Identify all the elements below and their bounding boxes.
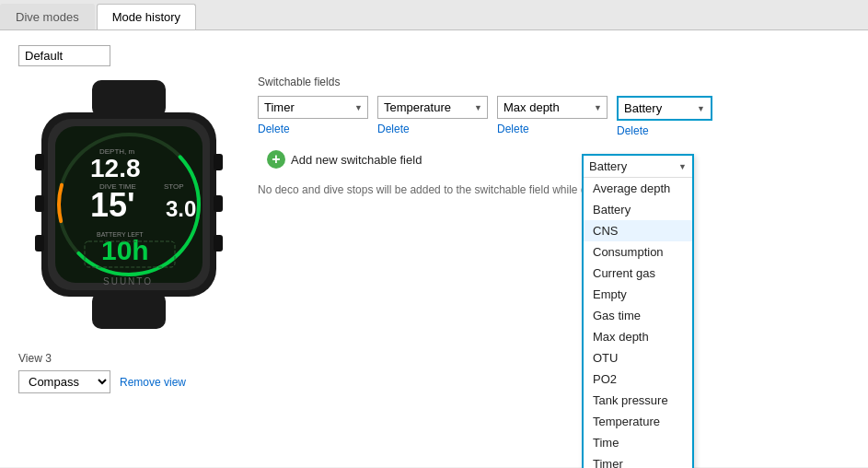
- field-col-2: Temperature Timer Max depth Battery Dele…: [377, 96, 488, 135]
- tab-bar: Dive modes Mode history: [0, 0, 868, 30]
- dropdown-item-battery[interactable]: Battery: [584, 199, 692, 220]
- svg-text:SUUNTO: SUUNTO: [103, 276, 153, 287]
- switchable-fields-label: Switchable fields: [258, 76, 850, 88]
- dropdown-item-po2[interactable]: PO2: [584, 369, 692, 390]
- svg-text:12.8: 12.8: [90, 154, 141, 182]
- field-col-1: Timer Temperature Max depth Battery Dele…: [258, 96, 368, 135]
- dropdown-item-otu[interactable]: OTU: [584, 347, 692, 369]
- svg-rect-10: [214, 235, 223, 252]
- field4-select-wrap: Battery Timer Temperature Max depth: [617, 96, 712, 121]
- dropdown-header-value: Battery: [589, 159, 627, 173]
- dropdown-item-current-gas[interactable]: Current gas: [584, 263, 692, 284]
- watch-container: DEPTH, m 12.8 DIVE TIME STOP 15' 3.0 BAT…: [18, 76, 239, 333]
- dropdown-item-empty[interactable]: Empty: [584, 284, 692, 305]
- main-layout: DEPTH, m 12.8 DIVE TIME STOP 15' 3.0 BAT…: [18, 76, 850, 333]
- mode-select-wrap: Default Air Nitrox: [18, 45, 850, 66]
- svg-rect-0: [92, 80, 166, 117]
- dropdown-item-average-depth[interactable]: Average depth: [584, 178, 692, 199]
- dropdown-item-time[interactable]: Time: [584, 432, 692, 453]
- field1-select[interactable]: Timer Temperature Max depth Battery: [258, 96, 368, 119]
- dropdown-item-tank-pressure[interactable]: Tank pressure: [584, 390, 692, 411]
- view-row: Compass Map Altitude Remove view: [18, 370, 850, 393]
- remove-view-link[interactable]: Remove view: [120, 376, 186, 389]
- watch-svg: DEPTH, m 12.8 DIVE TIME STOP 15' 3.0 BAT…: [28, 80, 230, 329]
- svg-rect-6: [35, 195, 44, 212]
- svg-rect-1: [92, 292, 166, 329]
- svg-rect-9: [214, 195, 223, 212]
- field3-select[interactable]: Max depth Timer Temperature Battery: [497, 96, 608, 119]
- field-col-3: Max depth Timer Temperature Battery Dele…: [497, 96, 608, 135]
- add-field-label: Add new switchable field: [291, 153, 422, 167]
- dropdown-item-timer[interactable]: Timer: [584, 453, 692, 468]
- field-row: Timer Temperature Max depth Battery Dele…: [258, 96, 850, 169]
- add-field-button[interactable]: + Add new switchable field: [267, 150, 422, 169]
- dropdown-header[interactable]: Battery ▼: [584, 156, 692, 178]
- svg-text:STOP: STOP: [164, 182, 184, 191]
- info-text: No deco and dive stops will be added to …: [258, 183, 850, 196]
- svg-text:15': 15': [90, 186, 135, 224]
- view-label: View 3: [18, 352, 850, 365]
- svg-rect-7: [35, 235, 44, 252]
- delete-field3[interactable]: Delete: [497, 123, 529, 135]
- fields-area: Switchable fields Timer Temperature Max …: [258, 76, 850, 333]
- svg-text:3.0: 3.0: [166, 196, 196, 221]
- tab-mode-history[interactable]: Mode history: [97, 4, 196, 29]
- field4-select[interactable]: Battery Timer Temperature Max depth: [619, 98, 711, 119]
- dropdown-item-max-depth[interactable]: Max depth: [584, 326, 692, 347]
- field3-select-wrap: Max depth Timer Temperature Battery: [497, 96, 608, 119]
- delete-field1[interactable]: Delete: [258, 123, 290, 135]
- content-area: Default Air Nitrox: [0, 30, 868, 467]
- svg-rect-8: [214, 154, 223, 170]
- battery-dropdown-popup: Battery ▼ Average depth Battery CNS Cons…: [582, 154, 694, 468]
- field2-select-wrap: Temperature Timer Max depth Battery: [377, 96, 488, 119]
- field-col-4: Battery Timer Temperature Max depth Dele…: [617, 96, 712, 137]
- field1-select-wrap: Timer Temperature Max depth Battery: [258, 96, 368, 119]
- delete-field2[interactable]: Delete: [377, 123, 410, 135]
- dropdown-item-consumption[interactable]: Consumption: [584, 241, 692, 263]
- svg-rect-5: [35, 154, 44, 170]
- add-icon: +: [267, 150, 285, 169]
- mode-dropdown[interactable]: Default Air Nitrox: [18, 45, 110, 66]
- dropdown-item-gas-time[interactable]: Gas time: [584, 305, 692, 326]
- view-section: View 3 Compass Map Altitude Remove view: [18, 352, 850, 393]
- field2-select[interactable]: Temperature Timer Max depth Battery: [377, 96, 488, 119]
- dropdown-item-cns[interactable]: CNS: [584, 220, 692, 241]
- dropdown-arrow-icon: ▼: [678, 162, 687, 171]
- view-select[interactable]: Compass Map Altitude: [18, 370, 110, 393]
- tab-dive-modes[interactable]: Dive modes: [0, 4, 95, 29]
- svg-text:10h: 10h: [101, 235, 149, 265]
- dropdown-item-temperature[interactable]: Temperature: [584, 411, 692, 432]
- delete-field4[interactable]: Delete: [617, 124, 649, 137]
